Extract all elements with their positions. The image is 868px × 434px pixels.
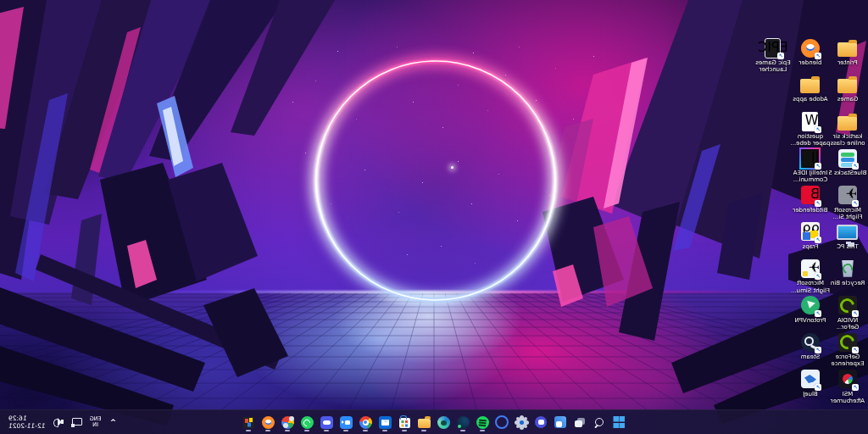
taskview-icon bbox=[574, 415, 587, 429]
folder-icon bbox=[801, 79, 821, 93]
whatsapp-icon bbox=[301, 416, 314, 429]
fraps-icon bbox=[243, 417, 254, 428]
widgets-icon bbox=[555, 416, 567, 428]
running-indicator bbox=[266, 430, 271, 431]
desktop-icon-label: Microsoft Flight Simu... bbox=[791, 280, 830, 293]
desktop-icon-label: Steam bbox=[801, 353, 821, 360]
blender-icon bbox=[262, 416, 275, 429]
desktop-icon-label: ProtonVPN bbox=[795, 317, 826, 324]
recyclebin-icon bbox=[841, 260, 855, 277]
mail-icon bbox=[379, 416, 392, 429]
running-indicator bbox=[403, 430, 408, 431]
desktop-icon-label: question paper debe... bbox=[791, 133, 831, 147]
running-indicator bbox=[344, 430, 349, 431]
desktop-icon-label: BlueStacks 5 bbox=[828, 170, 866, 176]
shortcut-arrow-icon: ↗ bbox=[815, 163, 822, 170]
hidden-icons-chevron[interactable]: ^ bbox=[108, 418, 119, 426]
running-indicator bbox=[286, 430, 291, 431]
desktop-screen: ↗ Printer ↗ bbox=[0, 0, 868, 434]
desktop-icon-label: GeForce Experience bbox=[831, 353, 864, 367]
running-indicator bbox=[461, 430, 466, 431]
system-tray: ^ ENG IN 16:29 12-11-2021 bbox=[3, 410, 118, 434]
globe-icon bbox=[457, 416, 470, 429]
desktop-icon-column: EPIC ↗ Epic Games Launcher bbox=[754, 37, 792, 405]
running-indicator bbox=[383, 430, 388, 431]
desktop-icon-label: BlueJ bbox=[803, 391, 818, 398]
settings-icon bbox=[516, 417, 527, 428]
desktop-icon-label: Microsoft Flight Si... bbox=[833, 207, 863, 220]
shortcut-arrow-icon: ↗ bbox=[815, 200, 822, 207]
desktop-icon-label: Games bbox=[837, 96, 859, 103]
running-indicator bbox=[422, 430, 427, 431]
clock[interactable]: 16:29 12-11-2021 bbox=[8, 415, 46, 430]
folder-icon bbox=[838, 116, 858, 131]
taskbar: ^ ENG IN 16:29 12-11-2021 bbox=[0, 409, 868, 434]
desktop-icon-label: kartick sir online class bbox=[831, 133, 865, 147]
desktop-icon-label: Fraps bbox=[803, 243, 819, 250]
language-indicator[interactable]: ENG IN bbox=[90, 416, 102, 429]
desktop-icon-grid: ↗ Printer ↗ bbox=[754, 37, 866, 405]
running-indicator bbox=[325, 430, 330, 431]
desktop-icon-label: Recycle Bin bbox=[831, 280, 865, 287]
ring-icon bbox=[496, 415, 509, 429]
chrome-icon bbox=[359, 416, 372, 429]
folder-icon bbox=[838, 42, 858, 57]
desktop-icon-label: Bitdefender bbox=[793, 207, 827, 214]
gears-icon bbox=[281, 416, 294, 429]
desktop-icon-column: ↗ blender ↗ bbox=[792, 37, 829, 405]
folder-icon bbox=[838, 79, 858, 93]
shortcut-arrow-icon: ↗ bbox=[853, 163, 860, 170]
desktop-icon-label: Epic Games Launcher bbox=[755, 59, 790, 73]
network-icon[interactable] bbox=[71, 416, 83, 428]
shortcut-arrow-icon: ↗ bbox=[815, 53, 822, 59]
shortcut-arrow-icon: ↗ bbox=[815, 236, 822, 243]
running-indicator bbox=[364, 430, 369, 431]
shortcut-arrow-icon: ↗ bbox=[853, 310, 860, 317]
desktop-icon-column: ↗ Printer ↗ bbox=[829, 37, 866, 405]
running-indicator bbox=[247, 430, 252, 431]
volume-icon[interactable] bbox=[53, 416, 64, 428]
time-text: 16:29 bbox=[8, 415, 46, 422]
search-icon bbox=[593, 415, 607, 429]
shortcut-arrow-icon: ↗ bbox=[853, 384, 860, 391]
shortcut-arrow-icon: ↗ bbox=[815, 273, 822, 280]
desktop-icon-label: blender bbox=[799, 59, 822, 66]
shortcut-arrow-icon: ↗ bbox=[815, 384, 822, 391]
desktop-icon-label: Printer bbox=[837, 59, 857, 66]
shortcut-arrow-icon: ↗ bbox=[778, 53, 785, 59]
date-text: 12-11-2021 bbox=[8, 422, 46, 430]
thispc-icon bbox=[837, 225, 859, 240]
shortcut-arrow-icon: ↗ bbox=[853, 347, 860, 353]
explorer-icon bbox=[418, 419, 431, 428]
taskbar-app-group bbox=[240, 410, 628, 434]
desktop-icon-label: MSI Afterburner bbox=[831, 391, 865, 404]
shortcut-arrow-icon: ↗ bbox=[815, 347, 822, 353]
spotify-icon bbox=[476, 416, 489, 429]
zoom-icon bbox=[340, 416, 353, 429]
cortana-icon bbox=[536, 416, 548, 428]
running-indicator bbox=[305, 430, 310, 431]
desktop-icon-label: Adobe apps bbox=[793, 96, 827, 103]
start-icon bbox=[614, 416, 626, 428]
shortcut-arrow-icon: ↗ bbox=[815, 310, 822, 317]
desktop-icon-label: IntelliJ IDEA Communi... bbox=[793, 170, 827, 183]
discord-icon bbox=[320, 416, 333, 429]
mirrored-ui-layer: ↗ Printer ↗ bbox=[0, 0, 868, 434]
running-indicator bbox=[481, 430, 486, 431]
store-icon bbox=[399, 418, 410, 428]
edge-icon bbox=[437, 416, 450, 429]
shortcut-arrow-icon: ↗ bbox=[815, 126, 822, 133]
desktop-icon-label: NVIDIA GeFor... bbox=[837, 317, 860, 331]
shortcut-arrow-icon: ↗ bbox=[853, 200, 860, 207]
